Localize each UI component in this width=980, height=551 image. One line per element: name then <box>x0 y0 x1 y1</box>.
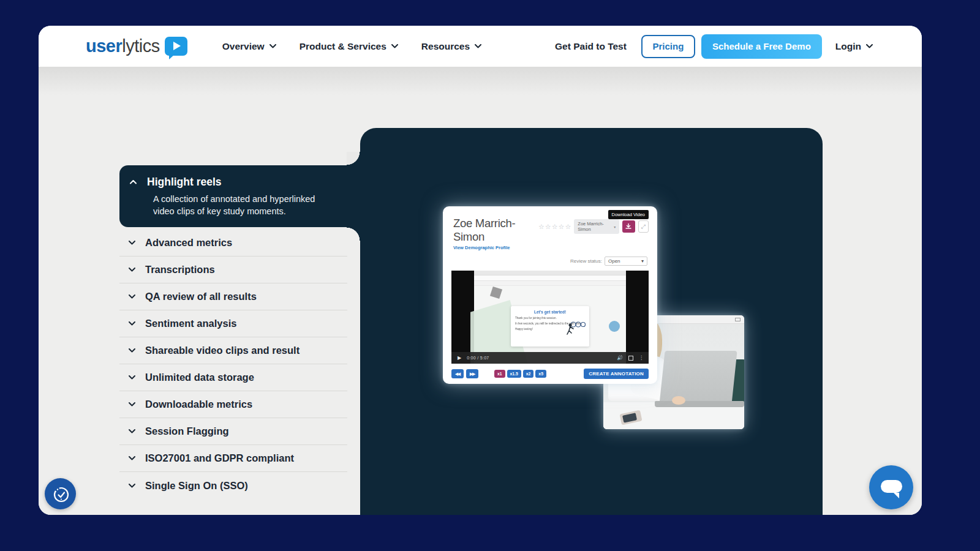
login-menu[interactable]: Login <box>835 41 873 52</box>
tester-hand <box>672 396 685 405</box>
accordion-item-sentiment-analysis[interactable]: Sentiment analysis <box>119 310 347 337</box>
cookie-check-icon <box>51 485 70 503</box>
accordion-item-shareable-clips[interactable]: Shareable video clips and result <box>119 337 347 364</box>
chevron-down-icon <box>129 456 135 460</box>
accordion-item-highlight-reels-expanded[interactable]: Highlight reels A collection of annotate… <box>119 165 361 227</box>
speed-x1-5-button[interactable]: x1.5 <box>507 370 521 378</box>
star-icon[interactable]: ☆ <box>538 223 545 230</box>
nav-item-resources[interactable]: Resources <box>421 41 481 52</box>
laptop-base-shape <box>655 401 744 407</box>
accordion-item-session-flagging[interactable]: Session Flagging <box>119 418 347 445</box>
demographic-profile-link[interactable]: View Demographic Profile <box>453 245 538 250</box>
browser-tabbar <box>474 276 626 281</box>
chevron-down-icon <box>391 44 398 48</box>
star-icon[interactable]: ☆ <box>552 223 558 230</box>
accordion-item-advanced-metrics[interactable]: Advanced metrics <box>119 230 347 257</box>
accordion-list: Advanced metrics Transcriptions QA revie… <box>119 230 347 499</box>
accordion-item-label: Sentiment analysis <box>145 318 236 329</box>
accordion-item-label: Advanced metrics <box>145 237 232 249</box>
chevron-down-icon <box>129 402 135 407</box>
accordion-item-iso-gdpr[interactable]: ISO27001 and GDPR compliant <box>119 445 347 472</box>
get-paid-to-test-link[interactable]: Get Paid to Test <box>555 41 627 52</box>
accordion-item-label: Session Flagging <box>145 425 229 437</box>
schedule-demo-button[interactable]: Schedule a Free Demo <box>701 34 822 59</box>
download-button[interactable] <box>622 220 635 233</box>
expand-button[interactable]: ⤢ <box>638 220 649 233</box>
speed-x1-button[interactable]: x1 <box>494 370 505 378</box>
logo-text-bold: user <box>86 36 122 56</box>
userlytics-logo[interactable]: userlytics <box>86 36 187 56</box>
chat-bubble-icon <box>881 480 902 493</box>
login-label: Login <box>835 41 861 52</box>
accordion-item-label: ISO27001 and GDPR compliant <box>145 452 294 464</box>
review-status-select[interactable]: Open ▾ <box>605 257 647 266</box>
cookie-consent-button[interactable] <box>45 478 76 509</box>
chat-widget-button[interactable] <box>869 465 913 509</box>
browser-menubar <box>474 271 626 276</box>
tester-dropdown-value: Zoe Marrich-Simon <box>578 221 610 232</box>
chevron-down-icon <box>270 44 276 48</box>
seek-forward-button[interactable]: ▶▶ <box>466 369 478 378</box>
chevron-down-icon: ▾ <box>641 258 644 264</box>
panel-fillet-top <box>347 152 360 165</box>
seek-back-button[interactable]: ◀◀ <box>451 369 464 378</box>
accordion-item-label: Transcriptions <box>145 264 215 276</box>
review-status-value: Open <box>608 258 620 264</box>
chevron-down-icon <box>129 429 135 433</box>
header-right: Get Paid to Test Pricing Schedule a Free… <box>555 34 873 59</box>
logo-text-light: lytics <box>122 36 159 56</box>
laptop-shape <box>659 351 737 405</box>
star-icon[interactable]: ☆ <box>559 223 565 230</box>
review-status-label: Review status: <box>570 258 602 264</box>
session-video[interactable]: Let's get started! Thank you for joining… <box>451 271 649 364</box>
speed-x2-button[interactable]: x2 <box>523 370 534 378</box>
more-options-icon[interactable]: ⋮ <box>639 355 644 361</box>
accordion-item-downloadable-metrics[interactable]: Downloadable metrics <box>119 391 347 418</box>
decorative-square <box>490 287 502 299</box>
star-icon[interactable]: ☆ <box>565 223 571 230</box>
accordion-title: Highlight reels <box>147 176 222 189</box>
accordion-item-sso[interactable]: Single Sign On (SSO) <box>119 472 347 499</box>
chevron-down-icon <box>129 484 135 488</box>
chevron-down-icon <box>129 241 135 245</box>
tester-name: Zoe Marrich-Simon <box>453 217 538 244</box>
play-icon[interactable]: ▶ <box>458 355 461 361</box>
volume-icon[interactable]: 🔊 <box>617 355 623 361</box>
speed-controls: x1 x1.5 x2 x5 <box>494 370 546 378</box>
speed-x5-button[interactable]: x5 <box>535 370 546 378</box>
create-annotation-button[interactable]: CREATE ANNOTATION <box>584 369 649 379</box>
accordion-item-qa-review[interactable]: QA review of all results <box>119 283 347 310</box>
chevron-up-icon <box>130 180 137 184</box>
accordion-item-label: QA review of all results <box>145 291 257 302</box>
accordion-item-label: Single Sign On (SSO) <box>145 480 248 492</box>
modal-headline: Let's get started! <box>515 310 585 314</box>
download-video-tooltip: Download Video <box>608 210 649 219</box>
star-icon[interactable]: ☆ <box>545 223 551 230</box>
video-controls: ▶ 0:00 / 5:07 🔊 ⋮ <box>451 352 649 364</box>
nav-label: Resources <box>421 41 470 52</box>
tester-dropdown[interactable]: Zoe Marrich-Simon ▾ <box>574 219 619 234</box>
nav-item-product-services[interactable]: Product & Services <box>300 41 398 52</box>
minimize-icon <box>735 318 741 321</box>
star-rating[interactable]: ☆ ☆ ☆ ☆ ☆ <box>538 223 571 230</box>
content-area: Highlight reels A collection of annotate… <box>39 67 922 515</box>
recorded-browser-screen: Let's get started! Thank you for joining… <box>474 271 626 364</box>
chevron-down-icon <box>129 348 135 353</box>
chevron-down-icon <box>129 294 135 299</box>
fullscreen-icon[interactable] <box>628 356 633 361</box>
accordion-item-unlimited-storage[interactable]: Unlimited data storage <box>119 364 347 391</box>
chevron-down-icon <box>129 268 135 272</box>
page-card: userlytics Overview Product & Services R… <box>39 26 922 515</box>
main-nav: Overview Product & Services Resources <box>222 41 481 52</box>
accordion-item-label: Unlimited data storage <box>145 372 254 383</box>
video-timestamp: 0:00 / 5:07 <box>467 356 489 360</box>
header: userlytics Overview Product & Services R… <box>39 26 922 67</box>
pricing-button[interactable]: Pricing <box>641 35 695 58</box>
nav-label: Overview <box>222 41 265 52</box>
accordion-item-transcriptions[interactable]: Transcriptions <box>119 257 347 283</box>
nav-label: Product & Services <box>300 41 386 52</box>
nav-item-overview[interactable]: Overview <box>222 41 276 52</box>
runner-rings-illustration <box>565 320 586 335</box>
player-screenshot: Download Video Zoe Marrich-Simon View De… <box>443 206 657 384</box>
download-icon <box>625 223 631 230</box>
